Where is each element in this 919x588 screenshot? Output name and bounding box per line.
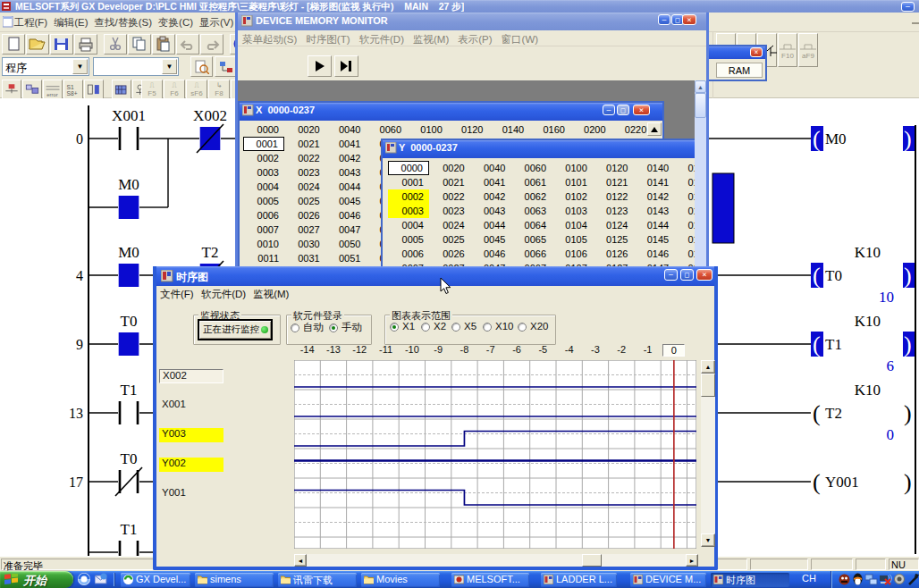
cut-icon[interactable] [104,34,127,55]
y-cell-0022[interactable]: 0022 [429,189,470,204]
dmm-minimize-button[interactable]: — [658,14,670,25]
taskbar-button-时序图[interactable]: 时序图 [711,573,789,587]
y-cell-0121[interactable]: 0121 [593,175,634,189]
taskbar-button-simens[interactable]: simens [195,573,274,587]
y-cell-0142[interactable]: 0142 [633,189,674,204]
x-scroll-up-button[interactable] [647,122,662,136]
fkey-button-F6[interactable]: ⎍F6 [164,80,185,100]
y-cell-0063[interactable]: 0063 [510,204,552,218]
dmm-menu-0[interactable]: 菜单起动(S) [238,30,301,46]
x-cell-0005[interactable]: 0005 [243,194,284,208]
x-cell-0050[interactable]: 0050 [325,237,366,251]
y-cell-0124[interactable]: 0124 [593,218,634,232]
y-cell-0125[interactable]: 0125 [593,232,634,247]
timing-maximize-button[interactable]: □ [680,269,694,281]
y-cell-0106[interactable]: 0106 [552,247,593,261]
y-cell-0043[interactable]: 0043 [469,204,510,218]
y-cell-0101[interactable]: 0101 [552,175,593,189]
mdi-scroll-up-icon[interactable]: ▲ [695,80,706,93]
x-cell-0042[interactable]: 0042 [325,151,366,165]
timing-scroll-down-icon[interactable]: ▼ [701,533,715,547]
radio-register-手动[interactable]: 手动 [329,321,362,334]
undo-icon[interactable] [176,34,199,55]
x-cell-0040[interactable]: 0040 [325,122,366,137]
x-cell-0041[interactable]: 0041 [325,137,366,151]
minimize-button[interactable]: — [901,2,915,12]
fkey-button-F10[interactable]: F10 [778,33,797,67]
fkey-button-aF9[interactable]: aF9 [798,33,818,67]
x-cell-0007[interactable]: 0007 [243,223,284,237]
dmm-menu-4[interactable]: 表示(P) [453,30,496,46]
combo-dropdown-icon[interactable]: ▼ [72,59,88,74]
y-cell-0105[interactable]: 0105 [552,232,593,247]
y-cell-0122[interactable]: 0122 [593,189,634,204]
timing-scroll-right-icon[interactable]: ► [686,554,698,567]
y-cell-0002[interactable]: 0002 [388,189,429,204]
timing-menu-1[interactable]: 软元件(D) [198,286,249,301]
x-cell-0023[interactable]: 0023 [284,165,325,180]
y-cell-0141[interactable]: 0141 [633,175,674,189]
x-cell-0140[interactable]: 0140 [488,122,529,137]
x-cell-0044[interactable]: 0044 [325,180,366,194]
x-cell-0160[interactable]: 0160 [529,122,570,137]
x-cell-0060[interactable]: 0060 [366,122,407,137]
fkey-button-sF6[interactable]: ⎍sF6 [186,80,207,100]
timing-v-thumb[interactable] [701,374,715,397]
taskbar-button-Movies[interactable]: Movies [361,573,440,587]
x-cell-0031[interactable]: 0031 [284,251,325,265]
y-cell-0001[interactable]: 0001 [388,175,429,189]
timing-scroll-left-icon[interactable]: ◄ [294,554,307,567]
x-cell-0200[interactable]: 0200 [570,122,611,137]
start-button[interactable]: 开始 [0,571,73,588]
y-cell-0023[interactable]: 0023 [429,204,470,218]
ladder-symbol-1-icon[interactable] [2,80,21,100]
print-icon[interactable] [74,34,97,55]
program-combobox[interactable]: 程序 ▼ [2,57,89,76]
y-cell-0060[interactable]: 0060 [510,161,552,175]
combo-dropdown-icon2[interactable]: ▼ [162,59,177,74]
open-file-icon[interactable] [26,34,49,55]
x-cell-0046[interactable]: 0046 [325,208,366,223]
y-cell-0144[interactable]: 0144 [633,218,674,232]
x-close-button[interactable]: × [633,105,650,115]
y-cell-0140[interactable]: 0140 [633,161,674,175]
y-cell-0104[interactable]: 0104 [552,218,593,232]
y-cell-0100[interactable]: 0100 [552,161,593,175]
dmm-close-button[interactable]: × [682,14,696,25]
x-cell-0025[interactable]: 0025 [284,194,325,208]
timing-h-scrollbar[interactable]: ◄ ► [294,554,698,567]
y-cell-0065[interactable]: 0065 [510,232,552,247]
x-cell-0000[interactable]: 0000 [243,122,284,137]
timing-scroll-up-icon[interactable]: ▲ [701,360,715,374]
tray-qq-icon[interactable] [852,573,864,585]
new-file-icon[interactable] [2,34,25,55]
y-cell-0041[interactable]: 0041 [469,175,510,189]
y-cell-0064[interactable]: 0064 [510,218,552,232]
y-cell-0026[interactable]: 0026 [429,247,470,261]
x-cell-0022[interactable]: 0022 [284,151,325,165]
quicklaunch-browser-icon[interactable] [78,573,90,585]
ladder-symbol-4-icon[interactable]: S1S8+ [63,80,83,100]
x-cell-0027[interactable]: 0027 [284,223,325,237]
dmm-menu-2[interactable]: 软元件(D) [355,30,409,46]
tray-network-icon[interactable] [865,574,878,585]
timing-menu-0[interactable]: 文件(F) [156,286,198,301]
x-cell-0004[interactable]: 0004 [243,180,284,194]
main-menu-3[interactable]: 变换(C) [156,13,197,29]
dmm-menu-1[interactable]: 时序图(T) [301,30,354,46]
timing-menu-2[interactable]: 监视(M) [249,286,292,301]
x-cell-0021[interactable]: 0021 [284,137,325,151]
tray-volume-icon[interactable] [894,574,906,585]
x-cell-0011[interactable]: 0011 [243,251,284,265]
y-cell-0045[interactable]: 0045 [469,232,510,247]
y-cell-0040[interactable]: 0040 [469,161,510,175]
quicklaunch-mail-icon[interactable] [95,573,107,585]
copy-icon[interactable] [128,34,151,55]
timing-titlebar[interactable]: 时序图 — □ × [156,266,714,286]
tray-network-offline-icon[interactable] [880,574,892,585]
ladder-symbol-2-icon[interactable] [22,80,42,100]
x-cell-0002[interactable]: 0002 [243,151,284,165]
timing-chart-plot[interactable] [294,360,696,549]
monitoring-button[interactable]: 正在进行监控 [198,320,272,340]
radio-range-X20[interactable]: X20 [518,321,548,332]
